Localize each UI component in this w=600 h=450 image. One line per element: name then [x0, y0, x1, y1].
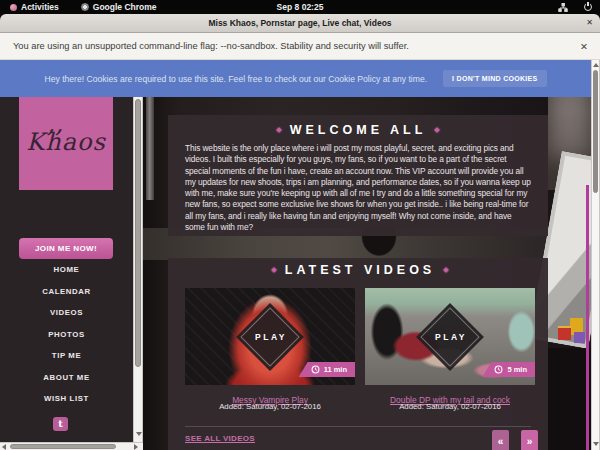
sidebar-vertical-scrollbar[interactable] — [133, 60, 143, 442]
sidebar-nav: HOME CALENDAR VIDEOS PHOTOS TIP ME ABOUT… — [0, 265, 133, 403]
welcome-panel: WELCOME ALL This website is the only pla… — [168, 115, 548, 236]
site-logo[interactable]: ,, Khaos — [19, 88, 113, 190]
diamond-icon — [443, 267, 449, 273]
play-button[interactable]: PLAY — [416, 303, 484, 371]
sidebar-item-home[interactable]: HOME — [0, 265, 133, 274]
diamond-icon — [434, 127, 440, 133]
sidebar-item-calendar[interactable]: CALENDAR — [0, 287, 133, 296]
pager-next-button[interactable]: » — [521, 430, 538, 450]
clock-icon — [494, 365, 503, 374]
sidebar-horizontal-scrollbar-thumb[interactable] — [10, 444, 116, 449]
play-label: PLAY — [253, 331, 287, 341]
background-pink-edge — [586, 185, 589, 450]
clock-icon — [311, 365, 320, 374]
see-all-videos-link[interactable]: SEE ALL VIDEOS — [185, 434, 255, 443]
diamond-icon — [271, 267, 277, 273]
flag-warning-text: You are using an unsupported command-lin… — [13, 41, 409, 51]
sidebar-item-photos[interactable]: PHOTOS — [0, 330, 133, 339]
logo-text: Khaos — [19, 128, 113, 156]
main-vertical-scrollbar[interactable] — [591, 60, 600, 450]
latest-videos-title: LATEST VIDEOS — [285, 263, 435, 277]
duration-text: 11 min — [324, 365, 347, 374]
cookie-accept-button[interactable]: I DON'T MIND COOKIES — [443, 70, 546, 87]
sidebar-item-videos[interactable]: VIDEOS — [0, 308, 133, 317]
sidebar-frame: ,, Khaos JOIN ME NOW! HOME CALENDAR VIDE… — [0, 60, 143, 450]
video-thumbnail-2[interactable]: PLAY 5 min — [365, 288, 535, 385]
gnome-top-bar: Activities Google Chrome Sep 8 02:25 — [0, 0, 600, 14]
scroll-right-icon[interactable] — [134, 444, 138, 450]
diamond-icon — [276, 127, 282, 133]
scroll-left-icon[interactable] — [2, 444, 6, 450]
latest-videos-panel: LATEST VIDEOS PLAY 11 min PLAY 5 min — [168, 258, 548, 450]
background-gift-purple — [574, 332, 585, 343]
window-titlebar: Miss Khaos, Pornstar page, Live chat, Vi… — [0, 14, 600, 33]
main-vertical-scrollbar-thumb[interactable] — [593, 70, 598, 193]
sidebar-item-tip-me[interactable]: TIP ME — [0, 351, 133, 360]
screen: Activities Google Chrome Sep 8 02:25 Mis… — [0, 0, 600, 450]
duration-badge: 5 min — [482, 362, 535, 377]
welcome-body-text: This website is the only place where i w… — [185, 143, 531, 233]
play-label: PLAY — [433, 331, 467, 341]
duration-badge: 11 min — [299, 362, 355, 377]
scroll-down-icon[interactable] — [593, 442, 599, 446]
divider — [185, 426, 531, 427]
welcome-title: WELCOME ALL — [290, 123, 427, 137]
main-frame: WELCOME ALL This website is the only pla… — [143, 60, 600, 450]
duration-text: 5 min — [507, 365, 527, 374]
twitter-icon[interactable]: t — [53, 417, 68, 431]
pager-prev-button[interactable]: « — [492, 430, 509, 450]
cookie-notice-bar: Hey there! Cookies are required to use t… — [0, 60, 591, 97]
scroll-down-icon[interactable] — [136, 432, 142, 436]
video-added-date-1: Added: Saturday, 02-07-2016 — [185, 402, 355, 411]
sidebar-item-wish-list[interactable]: WISH LIST — [0, 394, 133, 403]
video-thumbnail-1[interactable]: PLAY 11 min — [185, 288, 355, 385]
sidebar-vertical-scrollbar-thumb[interactable] — [135, 99, 141, 367]
join-me-now-button[interactable]: JOIN ME NOW! — [19, 238, 113, 259]
sidebar-horizontal-scrollbar[interactable] — [0, 442, 143, 450]
play-button[interactable]: PLAY — [236, 303, 304, 371]
window-close-icon[interactable]: ✕ — [586, 18, 593, 27]
flag-warning-bar: You are using an unsupported command-lin… — [0, 33, 600, 60]
clock[interactable]: Sep 8 02:25 — [0, 2, 600, 12]
video-added-date-2: Added: Saturday, 02-07-2016 — [365, 402, 535, 411]
power-icon[interactable] — [584, 3, 592, 11]
window-title: Miss Khaos, Pornstar page, Live chat, Vi… — [208, 18, 391, 28]
cookie-message: Hey there! Cookies are required to use t… — [44, 74, 427, 84]
sidebar-item-about-me[interactable]: ABOUT ME — [0, 373, 133, 382]
network-icon[interactable] — [558, 3, 568, 12]
background-gift-red — [558, 326, 571, 340]
flag-warning-close-icon[interactable]: ✕ — [580, 41, 588, 52]
scroll-up-icon[interactable] — [593, 63, 599, 67]
